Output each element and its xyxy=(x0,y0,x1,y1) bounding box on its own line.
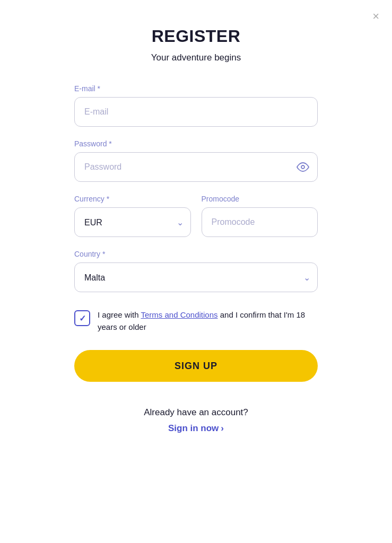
terms-text: I agree with Terms and Conditions and I … xyxy=(98,309,318,333)
register-modal: × REGISTER Your adventure begins E-mail … xyxy=(0,0,392,543)
terms-link[interactable]: Terms and Conditions xyxy=(141,310,217,319)
bottom-section: Already have an account? Sign in now › xyxy=(74,407,318,434)
password-field-group: Password * xyxy=(74,139,318,182)
currency-promo-row: Currency * EUR USD GBP BTC ⌄ Promocode xyxy=(74,195,318,237)
eye-icon xyxy=(297,161,309,173)
show-password-button[interactable] xyxy=(297,161,309,173)
sign-in-text: Sign in now xyxy=(168,423,219,434)
terms-text-before: I agree with xyxy=(98,310,141,319)
svg-point-0 xyxy=(301,165,304,169)
country-field-group: Country * Malta Germany France Spain Ita… xyxy=(74,250,318,292)
signup-button[interactable]: SIGN UP xyxy=(74,350,318,382)
checkmark-icon: ✓ xyxy=(79,313,86,323)
password-input[interactable] xyxy=(74,152,318,182)
currency-field-group: Currency * EUR USD GBP BTC ⌄ xyxy=(74,195,191,237)
email-label: E-mail * xyxy=(74,84,318,93)
promocode-label: Promocode xyxy=(202,195,318,203)
terms-checkbox[interactable]: ✓ xyxy=(74,310,90,326)
register-form: E-mail * Password * Currency * xyxy=(74,84,318,407)
close-icon: × xyxy=(372,10,379,23)
currency-select[interactable]: EUR USD GBP BTC xyxy=(74,207,191,237)
country-select[interactable]: Malta Germany France Spain Italy xyxy=(74,262,318,292)
already-account-text: Already have an account? xyxy=(74,407,318,418)
close-button[interactable]: × xyxy=(372,11,379,22)
email-input-wrapper xyxy=(74,97,318,127)
page-title: REGISTER xyxy=(152,27,241,46)
promocode-field-group: Promocode xyxy=(202,195,318,237)
country-label: Country * xyxy=(74,250,318,258)
email-field-group: E-mail * xyxy=(74,84,318,127)
email-input[interactable] xyxy=(74,97,318,127)
promocode-input[interactable] xyxy=(202,207,318,237)
country-select-wrapper: Malta Germany France Spain Italy ⌄ xyxy=(74,262,318,292)
page-subtitle: Your adventure begins xyxy=(151,52,241,63)
sign-in-arrow-icon: › xyxy=(221,423,224,434)
terms-checkbox-row: ✓ I agree with Terms and Conditions and … xyxy=(74,309,318,333)
password-input-wrapper xyxy=(74,152,318,182)
sign-in-link[interactable]: Sign in now › xyxy=(74,423,318,434)
password-label: Password * xyxy=(74,139,318,148)
promocode-input-wrapper xyxy=(202,207,318,237)
currency-label: Currency * xyxy=(74,195,191,203)
currency-select-wrapper: EUR USD GBP BTC ⌄ xyxy=(74,207,191,237)
